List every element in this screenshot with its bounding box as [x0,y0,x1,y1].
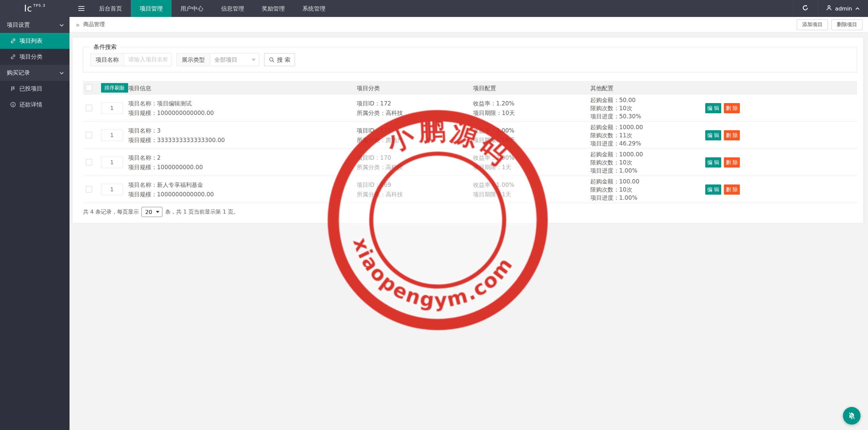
delete-button[interactable]: 删 除 [724,103,740,113]
col-header-other: 其他配置 [590,84,613,92]
project-progress: 项目进度：1.00% [590,194,639,202]
link-icon [10,54,16,60]
project-category: 所属分类：高科技 [357,162,403,172]
project-name: 项目名称：2 [128,153,203,162]
sort-order-input[interactable] [101,130,123,141]
purchase-limit: 限购次数：10次 [590,185,639,194]
delete-button[interactable]: 删 除 [724,130,740,140]
col-header-config: 项目配置 [473,84,496,92]
search-fieldset: 条件搜索 项目名称 展示类型 全部项目 搜 索 [83,47,857,73]
nav-item-rewards[interactable]: 奖励管理 [253,0,294,17]
project-name: 项目名称：3 [128,126,225,135]
sidebar-item-label: 已投项目 [19,85,42,93]
col-header-category: 项目分类 [357,84,380,92]
pagination: 共 4 条记录，每页显示 20 条，共 1 页当前显示第 1 页。 [83,207,239,217]
search-legend: 条件搜索 [90,43,120,51]
add-project-button[interactable]: 添加项目 [797,19,828,30]
refresh-button[interactable] [793,0,817,17]
sidebar-item-label: 项目列表 [19,37,42,45]
top-navigation: 后台首页 项目管理 用户中心 信息管理 奖励管理 系统管理 [90,0,334,17]
sort-refresh-button[interactable]: 排序刷新 [101,83,128,93]
chevron-down-icon [59,71,64,75]
project-name: 项目名称：项目编辑测试 [128,99,214,108]
app-logo: IcTP5.3 [0,0,70,17]
min-purchase: 起购金额：1000.00 [590,150,643,158]
project-rate: 收益率：1.00% [473,180,514,190]
search-button[interactable]: 搜 索 [264,53,295,66]
link-icon [10,38,16,44]
nav-item-home[interactable]: 后台首页 [90,0,131,17]
breadcrumb-bar: » 商品管理 添加项目 删除项目 [70,17,868,33]
flag-icon [10,86,16,92]
row-checkbox[interactable] [86,105,92,111]
nav-item-system[interactable]: 系统管理 [294,0,334,17]
menu-toggle-icon[interactable] [73,0,90,17]
page-size-value: 20 [145,209,152,215]
select-caret-icon [252,59,256,61]
search-button-label: 搜 索 [277,56,290,64]
logo-text: Ic [24,3,32,14]
min-purchase: 起购金额：1000.00 [590,123,643,131]
group-title-label: 项目设置 [7,21,30,29]
delete-button[interactable]: 删 除 [724,184,740,195]
edit-button[interactable]: 编 辑 [705,157,721,168]
row-checkbox[interactable] [86,186,92,193]
edit-button[interactable]: 编 辑 [705,103,721,113]
display-type-value: 全部项目 [214,56,237,64]
project-term: 项目期限：10天 [473,135,515,145]
mute-notifications-button[interactable] [843,407,861,425]
project-progress: 项目进度：46.29% [590,139,643,148]
breadcrumb-arrow-icon: » [76,21,80,29]
purchase-limit: 限购次数：11次 [590,131,643,139]
project-progress: 项目进度：50.30% [590,112,641,120]
nav-item-users[interactable]: 用户中心 [172,0,212,17]
project-name-label: 项目名称 [90,53,124,66]
table-row: 项目名称：新人专享福利基金项目规模：1000000000000.00 项目ID：… [83,176,857,203]
nav-item-projects[interactable]: 项目管理 [131,0,172,17]
project-term: 项目期限：10天 [473,108,515,118]
chevron-up-icon [855,5,860,12]
edit-button[interactable]: 编 辑 [705,184,721,195]
table-header-row: 排序刷新 项目信息 项目分类 项目配置 其他配置 [83,81,857,95]
project-name: 项目名称：新人专享福利基金 [128,180,214,190]
group-title-label: 购买记录 [7,69,30,77]
sort-order-input[interactable] [101,157,123,168]
sidebar-group-project-settings[interactable]: 项目设置 [0,17,70,33]
sidebar-group-purchase-records[interactable]: 购买记录 [0,65,70,81]
logo-version: TP5.3 [33,3,45,8]
project-id: 项目ID：171 [357,126,403,135]
table-row: 项目名称：2项目规模：1000000000.00 项目ID：170所属分类：高科… [83,149,857,176]
delete-project-button[interactable]: 删除项目 [831,19,863,30]
svg-text:xiaopengym.com: xiaopengym.com [340,231,519,322]
sidebar-item-project-list[interactable]: 项目列表 [0,33,70,49]
sidebar-item-label: 项目分类 [19,53,42,61]
project-scale: 项目规模：3333333333333300.00 [128,135,225,145]
display-type-select[interactable]: 全部项目 [210,53,259,66]
delete-button[interactable]: 删 除 [724,157,740,168]
username: admin [835,5,852,12]
page-size-select[interactable]: 20 [141,207,162,217]
stamp-domain: xiaopengym.com [340,231,519,322]
sidebar-item-invested-projects[interactable]: 已投项目 [0,81,70,97]
project-name-input[interactable] [124,53,172,66]
user-menu[interactable]: admin [817,0,868,17]
sidebar-item-repayment-details[interactable]: $ 还款详情 [0,97,70,113]
sidebar-item-project-category[interactable]: 项目分类 [0,49,70,65]
project-term: 项目期限：1天 [473,190,514,199]
breadcrumb: 商品管理 [83,21,105,28]
sort-order-input[interactable] [101,184,123,195]
edit-button[interactable]: 编 辑 [705,130,721,140]
sidebar-item-label: 还款详情 [19,101,42,109]
table-row: 项目名称：3项目规模：3333333333333300.00 项目ID：171所… [83,122,857,149]
project-progress: 项目进度：1.00% [590,167,643,175]
row-checkbox[interactable] [86,159,92,165]
sort-order-input[interactable] [101,102,123,114]
nav-item-info[interactable]: 信息管理 [212,0,253,17]
refresh-icon [802,4,809,13]
min-purchase: 起购金额：100.00 [590,177,639,185]
row-checkbox[interactable] [86,132,92,138]
svg-text:$: $ [12,103,14,106]
table-row: 项目名称：项目编辑测试项目规模：1000000000000.00 项目ID：17… [83,95,857,122]
project-id: 项目ID：170 [357,153,403,162]
select-all-checkbox[interactable] [86,84,92,91]
